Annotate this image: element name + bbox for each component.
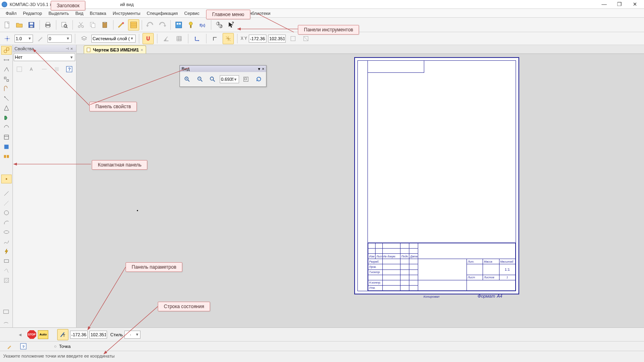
arc-tool[interactable] xyxy=(1,218,12,227)
magnet-button[interactable] xyxy=(142,33,154,44)
menu-tools[interactable]: Инструменты xyxy=(109,10,144,16)
grid-toggle[interactable] xyxy=(128,19,139,31)
grid-button[interactable] xyxy=(173,33,185,44)
curve-tool[interactable] xyxy=(1,266,12,275)
chevron-down-icon[interactable]: ▾ xyxy=(69,55,74,60)
layer-input[interactable] xyxy=(93,36,130,41)
lcs-button[interactable] xyxy=(192,33,203,44)
dimension-tab[interactable] xyxy=(1,56,12,64)
vt-close-icon[interactable]: × xyxy=(262,66,264,71)
help-button[interactable]: ? xyxy=(18,341,29,352)
zoom-combo[interactable]: ▾ xyxy=(220,75,239,83)
close-button[interactable]: ✕ xyxy=(627,0,642,8)
menu-view[interactable]: Вид xyxy=(72,10,87,16)
prop-help[interactable]: ? xyxy=(64,64,75,75)
document-tab[interactable]: Чертеж БЕЗ ИМЕНИ1 × xyxy=(84,45,146,53)
new-button[interactable] xyxy=(2,19,13,31)
view-toolbar-header[interactable]: Вид ▾× xyxy=(180,66,266,72)
menu-file[interactable]: Файл xyxy=(2,10,20,16)
vt-dropdown-icon[interactable]: ▾ xyxy=(258,66,260,72)
rect-tool[interactable] xyxy=(1,257,12,265)
cut-button[interactable] xyxy=(75,19,87,31)
views-tab[interactable] xyxy=(1,152,12,161)
zoom-window-icon[interactable] xyxy=(241,74,252,85)
menu-service[interactable]: Сервис xyxy=(181,10,203,16)
angle-snap-button[interactable] xyxy=(161,33,172,44)
minimize-button[interactable]: — xyxy=(597,0,612,8)
toggle12-button[interactable]: 12 xyxy=(214,19,225,31)
spec-tab[interactable] xyxy=(1,123,12,132)
line-tool[interactable] xyxy=(1,189,12,198)
scale-input[interactable] xyxy=(16,36,28,41)
extra1-button[interactable] xyxy=(287,33,299,44)
tab-close-icon[interactable]: × xyxy=(140,47,143,52)
scale-combo[interactable]: ▾ xyxy=(14,35,33,43)
param-tab[interactable] xyxy=(1,84,12,93)
coord-x[interactable] xyxy=(249,35,266,43)
help-cursor-button[interactable]: ? xyxy=(226,19,237,31)
edit-tab[interactable] xyxy=(1,75,12,84)
prev-cmd-button[interactable]: ◄ xyxy=(14,329,26,340)
reports-tab[interactable] xyxy=(1,133,12,142)
layers-button[interactable] xyxy=(78,33,90,44)
insert-tab[interactable] xyxy=(1,142,12,151)
drawing-sheet[interactable]: ИзмЛист№ докум.Подп.Дата Разраб.Лит.Масс… xyxy=(354,57,519,294)
prop-btn1[interactable] xyxy=(14,64,25,75)
hatch-tool[interactable] xyxy=(1,276,12,285)
prop-btn4[interactable] xyxy=(51,64,62,75)
coord-lock[interactable]: T xyxy=(57,329,68,340)
coord-y[interactable] xyxy=(268,35,286,43)
chevron-down-icon[interactable]: ▾ xyxy=(130,36,134,41)
copy-button[interactable] xyxy=(87,19,99,31)
circle-tool[interactable] xyxy=(1,208,12,217)
auto-button[interactable]: Auto xyxy=(38,330,48,339)
properties-button[interactable] xyxy=(116,19,127,31)
round-button[interactable] xyxy=(223,33,234,44)
notation-tab[interactable] xyxy=(1,65,12,74)
paint-button[interactable] xyxy=(4,341,15,352)
chevron-down-icon[interactable]: ▾ xyxy=(135,332,139,337)
save-button[interactable] xyxy=(26,19,37,31)
ortho-button[interactable] xyxy=(210,33,221,44)
menu-edit[interactable]: Редактор xyxy=(20,10,45,16)
zoom-in-icon[interactable] xyxy=(182,74,193,85)
fx-button[interactable]: f(x) xyxy=(197,19,208,31)
redo-button[interactable] xyxy=(157,19,168,31)
menu-insert[interactable]: Вставка xyxy=(87,10,109,16)
corner-arc-icon[interactable] xyxy=(1,317,11,326)
point-style-combo[interactable]: ·▾ xyxy=(124,331,140,339)
spline-tool[interactable] xyxy=(1,237,12,246)
chevron-down-icon[interactable]: ▾ xyxy=(28,36,32,41)
close-panel-icon[interactable]: × xyxy=(69,46,74,51)
paste-button[interactable] xyxy=(99,19,111,31)
prop-btn2[interactable]: A xyxy=(26,64,37,75)
chevron-down-icon[interactable]: ▾ xyxy=(233,77,237,82)
param-x[interactable] xyxy=(70,331,88,339)
view-toolbar[interactable]: Вид ▾× ▾ xyxy=(180,65,266,87)
stop-button[interactable]: STOP xyxy=(27,330,36,339)
geometry-tab[interactable] xyxy=(1,46,12,55)
manager-button[interactable] xyxy=(173,19,184,31)
variables-button[interactable] xyxy=(185,19,196,31)
style-combo[interactable]: ▾ xyxy=(14,53,75,61)
select-tab[interactable] xyxy=(1,104,12,113)
zoom-out-icon[interactable] xyxy=(194,74,206,85)
snap-button[interactable] xyxy=(2,33,13,44)
canvas-area[interactable]: Чертеж БЕЗ ИМЕНИ1 × Вид ▾× ▾ xyxy=(76,45,644,327)
corner-rect-icon[interactable] xyxy=(1,307,11,316)
param-y[interactable] xyxy=(89,331,107,339)
chevron-down-icon[interactable]: ▾ xyxy=(66,36,70,41)
menu-select[interactable]: Выделить xyxy=(45,10,72,16)
preview-button[interactable] xyxy=(59,19,70,31)
step-button[interactable] xyxy=(35,33,46,44)
assoc-tab[interactable] xyxy=(1,113,12,122)
point-tool[interactable] xyxy=(1,175,12,183)
ellipse-tool[interactable] xyxy=(1,228,12,237)
prop-btn3[interactable] xyxy=(39,64,50,75)
aux-line-tool[interactable] xyxy=(1,199,12,208)
zoom-fit-icon[interactable] xyxy=(207,74,218,85)
refresh-icon[interactable] xyxy=(253,74,264,85)
step-combo[interactable]: ▾ xyxy=(47,35,72,43)
bolt-tool[interactable] xyxy=(1,247,12,256)
step-input[interactable] xyxy=(49,36,66,41)
